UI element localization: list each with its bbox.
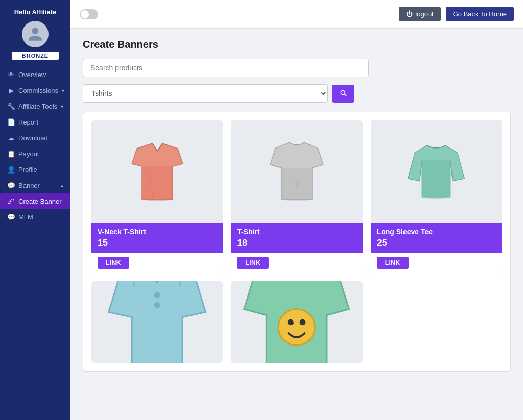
product-image (231, 281, 362, 363)
sidebar-item-affiliate-tools[interactable]: 🔧 Affiliate Tools ▾ (0, 98, 70, 114)
banner-icon: 💬 (7, 182, 15, 189)
topbar: ⏻ logout Go Back To Home (70, 0, 523, 29)
filter-row: Tshirts Hoodies Jackets Pants (83, 84, 511, 103)
tools-icon: 🔧 (7, 103, 15, 110)
svg-point-0 (154, 292, 160, 298)
product-card (231, 281, 362, 363)
sidebar-item-commissions[interactable]: ▶ Commissions ▾ (0, 83, 70, 98)
sidebar: Hello Affiliate BRONZE 👁 Overview ▶ Comm… (0, 0, 70, 420)
sidebar-item-payout[interactable]: 📋 Payout (0, 146, 70, 162)
product-info: V-Neck T-Shirt 15 (91, 223, 223, 253)
sidebar-item-label: Payout (18, 150, 39, 158)
sidebar-item-banner[interactable]: 💬 Banner ▴ (0, 178, 70, 193)
category-filter[interactable]: Tshirts Hoodies Jackets Pants (83, 84, 328, 103)
profile-icon: 👤 (7, 166, 15, 174)
sidebar-item-label: Create Banner (18, 197, 62, 205)
sidebar-item-overview[interactable]: 👁 Overview (0, 67, 70, 83)
vneck-tshirt-image (127, 131, 188, 212)
chevron-up-icon: ▴ (61, 183, 63, 188)
commissions-icon: ▶ (7, 87, 15, 94)
avatar (22, 21, 49, 47)
product-card: T-Shirt 18 LINK (231, 120, 362, 273)
sidebar-item-label: Profile (18, 166, 37, 174)
page-title: Create Banners (83, 39, 511, 51)
product-name: T-Shirt (237, 228, 356, 236)
product-image (91, 120, 223, 223)
report-icon: 📄 (7, 118, 15, 126)
svg-point-4 (300, 319, 306, 325)
sidebar-item-profile[interactable]: 👤 Profile (0, 162, 70, 178)
sidebar-item-label: Overview (18, 71, 46, 79)
search-icon (339, 89, 347, 97)
product-image (371, 120, 502, 223)
svg-point-1 (154, 302, 160, 308)
logout-icon: ⏻ (406, 10, 413, 18)
link-button[interactable]: LINK (98, 257, 129, 269)
payout-icon: 📋 (7, 150, 15, 158)
products-grid: V-Neck T-Shirt 15 LINK (91, 120, 502, 363)
avatar-icon (27, 26, 43, 42)
tshirt-image (266, 131, 327, 212)
mlm-icon: 💬 (7, 213, 15, 221)
link-button[interactable]: LINK (377, 257, 409, 269)
content-area: Create Banners Tshirts Hoodies Jackets P… (70, 29, 523, 420)
product-name: V-Neck T-Shirt (98, 228, 217, 236)
sidebar-item-label: Banner (18, 182, 40, 189)
search-button[interactable] (332, 85, 354, 103)
product-image (231, 120, 362, 223)
link-button[interactable]: LINK (237, 257, 269, 269)
toggle-switch[interactable] (80, 9, 98, 19)
sidebar-item-mlm[interactable]: 💬 MLM (0, 209, 70, 225)
chevron-down-icon: ▾ (61, 104, 63, 109)
sidebar-item-download[interactable]: ☁ Download (0, 130, 70, 146)
product-name: Long Sleeve Tee (377, 228, 496, 236)
tier-badge: BRONZE (12, 52, 59, 60)
product-card: Long Sleeve Tee 25 LINK (371, 120, 502, 273)
logout-button[interactable]: ⏻ logout (399, 7, 440, 21)
download-icon: ☁ (7, 134, 15, 142)
product-count: 15 (98, 238, 217, 249)
graphic-tee-image (236, 281, 357, 363)
product-info: Long Sleeve Tee 25 (371, 223, 502, 253)
search-input[interactable] (83, 59, 369, 77)
main-area: ⏻ logout Go Back To Home Create Banners … (70, 0, 523, 420)
sidebar-greeting: Hello Affiliate (14, 8, 57, 16)
svg-point-2 (278, 309, 315, 345)
product-info: T-Shirt 18 (231, 223, 362, 253)
polo-image (97, 281, 218, 363)
product-link-area: LINK (371, 253, 502, 273)
product-link-area: LINK (231, 253, 362, 273)
longsleeve-image (406, 131, 467, 212)
product-card (91, 281, 223, 363)
product-count: 25 (377, 238, 496, 249)
sidebar-item-label: Affiliate Tools (18, 103, 57, 110)
create-banner-icon: 🖊 (7, 197, 15, 205)
sidebar-item-report[interactable]: 📄 Report (0, 114, 70, 130)
products-wrapper: V-Neck T-Shirt 15 LINK (83, 112, 511, 372)
product-image (91, 281, 223, 363)
sidebar-nav: 👁 Overview ▶ Commissions ▾ 🔧 Affiliate T… (0, 67, 70, 225)
overview-icon: 👁 (7, 71, 15, 79)
sidebar-item-label: MLM (18, 213, 33, 221)
sidebar-item-label: Download (18, 134, 48, 142)
sidebar-item-create-banner[interactable]: 🖊 Create Banner (0, 193, 70, 209)
product-card: V-Neck T-Shirt 15 LINK (91, 120, 223, 273)
sidebar-item-label: Commissions (18, 87, 58, 94)
sidebar-item-label: Report (18, 118, 38, 126)
product-link-area: LINK (91, 253, 223, 273)
product-count: 18 (237, 238, 356, 249)
chevron-down-icon: ▾ (62, 88, 64, 93)
go-home-button[interactable]: Go Back To Home (446, 7, 514, 21)
